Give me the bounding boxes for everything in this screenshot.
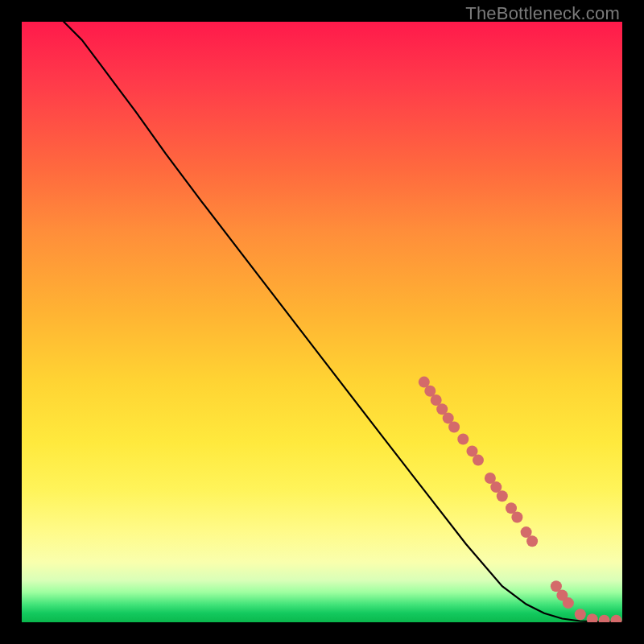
data-marker bbox=[556, 589, 568, 601]
data-marker bbox=[424, 386, 436, 397]
data-marker bbox=[563, 597, 574, 609]
data-marker bbox=[436, 403, 448, 415]
data-marker bbox=[575, 609, 586, 620]
data-marker bbox=[431, 394, 442, 406]
data-marker bbox=[506, 502, 517, 514]
data-marker bbox=[526, 535, 538, 547]
data-marker bbox=[511, 512, 522, 523]
data-marker bbox=[551, 580, 562, 592]
data-marker bbox=[448, 422, 460, 433]
data-marker bbox=[599, 615, 610, 622]
data-marker bbox=[473, 455, 484, 466]
data-marker bbox=[497, 490, 508, 502]
data-marker bbox=[443, 412, 454, 423]
data-marker bbox=[587, 613, 598, 622]
data-marker bbox=[521, 526, 532, 538]
data-marker bbox=[419, 377, 430, 388]
data-marker bbox=[485, 473, 496, 484]
data-marker bbox=[490, 481, 502, 493]
curve-layer bbox=[64, 22, 622, 621]
bottleneck-curve bbox=[64, 22, 622, 621]
data-marker bbox=[457, 434, 469, 445]
watermark-text: TheBottleneck.com bbox=[465, 3, 620, 24]
data-marker bbox=[611, 615, 622, 622]
chart-plot-area bbox=[22, 22, 622, 622]
chart-svg bbox=[22, 22, 622, 622]
data-marker bbox=[467, 445, 478, 456]
marker-layer bbox=[419, 377, 622, 622]
chart-stage: TheBottleneck.com bbox=[0, 0, 644, 644]
